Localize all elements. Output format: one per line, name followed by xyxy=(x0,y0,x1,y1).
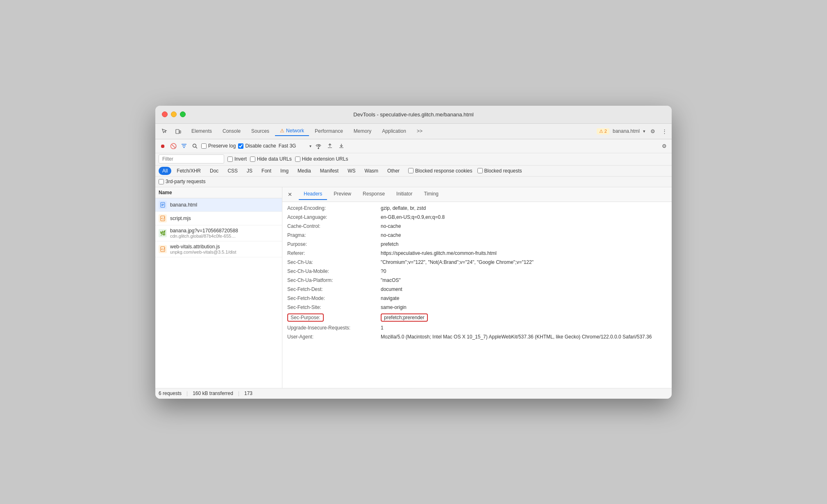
throttle-select[interactable]: Fast 3G Slow 3G No throttling xyxy=(279,143,311,149)
file-item-web-vitals[interactable]: </> web-vitals.attribution.js unpkg.com/… xyxy=(155,241,282,257)
sep2: | xyxy=(238,390,239,396)
file-item-banana-html[interactable]: banana.html xyxy=(155,198,282,212)
cursor-icon[interactable] xyxy=(159,125,170,137)
svg-line-3 xyxy=(195,147,197,148)
file-name-banana-html: banana.html xyxy=(170,202,197,208)
tab-application[interactable]: Application xyxy=(377,127,411,136)
device-icon[interactable] xyxy=(173,125,184,137)
hide-extension-urls-checkbox[interactable] xyxy=(295,157,300,162)
size-value: 173 xyxy=(244,390,252,396)
header-row: Sec-Fetch-Dest:document xyxy=(282,285,672,294)
header-name: Sec-Ch-Ua-Platform: xyxy=(287,277,377,283)
preserve-log-label[interactable]: Preserve log xyxy=(201,143,236,149)
pill-img[interactable]: Img xyxy=(277,167,292,175)
tab-more[interactable]: >> xyxy=(412,127,427,136)
detail-tab-headers[interactable]: Headers xyxy=(299,188,327,200)
detail-tab-preview[interactable]: Preview xyxy=(329,188,356,200)
file-list-panel: Name banana.html </> script.mjs 🌿 b xyxy=(155,187,282,388)
more-options-icon[interactable]: ⋮ xyxy=(660,127,668,135)
network-toolbar: ⏺ 🚫 Preserve log Disable cache Fast 3G S… xyxy=(155,139,672,153)
hide-extension-urls-label[interactable]: Hide extension URLs xyxy=(295,156,348,162)
tab-performance[interactable]: Performance xyxy=(310,127,348,136)
detail-panel: ✕ Headers Preview Response Initiator Tim… xyxy=(282,187,672,388)
blocked-requests-label[interactable]: Blocked requests xyxy=(477,168,522,174)
file-name-banana-jpg: banana.jpg?v=1705668720588 xyxy=(170,228,238,234)
invert-checkbox[interactable] xyxy=(227,157,233,162)
file-item-banana-jpg[interactable]: 🌿 banana.jpg?v=1705668720588 cdn.glitch.… xyxy=(155,225,282,241)
detail-tab-response[interactable]: Response xyxy=(358,188,390,200)
file-url-web-vitals: unpkg.com/web-vitals@3.5.1/dist xyxy=(170,250,236,254)
header-value: gzip, deflate, br, zstd xyxy=(381,205,667,211)
header-value: ?0 xyxy=(381,268,667,274)
header-row: Sec-Fetch-Site:same-origin xyxy=(282,303,672,312)
pill-css[interactable]: CSS xyxy=(224,167,241,175)
pill-media[interactable]: Media xyxy=(294,167,315,175)
blocked-requests-checkbox[interactable] xyxy=(477,168,483,173)
download-har-icon[interactable] xyxy=(337,141,346,150)
window-title: DevTools - speculative-rules.glitch.me/b… xyxy=(353,111,473,118)
header-value: navigate xyxy=(381,295,667,301)
file-url-banana-jpg: cdn.glitch.global/87b4c0fe-655… xyxy=(170,234,238,238)
pill-wasm[interactable]: Wasm xyxy=(361,167,382,175)
close-detail-button[interactable]: ✕ xyxy=(286,190,294,198)
tab-elements[interactable]: Elements xyxy=(186,127,217,136)
header-value: "Chromium";v="122", "Not(A:Brand";v="24"… xyxy=(381,259,667,265)
hide-data-urls-label[interactable]: Hide data URLs xyxy=(250,156,292,162)
minimize-button[interactable] xyxy=(171,111,177,117)
header-value: no-cache xyxy=(381,232,667,238)
filter-bar: Invert Hide data URLs Hide extension URL… xyxy=(155,153,672,166)
maximize-button[interactable] xyxy=(180,111,186,117)
tab-memory[interactable]: Memory xyxy=(349,127,376,136)
svg-text:🌿: 🌿 xyxy=(160,230,166,236)
warning-icon: ⚠ xyxy=(280,128,284,134)
settings-icon[interactable]: ⚙ xyxy=(649,127,657,135)
header-row: Sec-Purpose:prefetch;prerender xyxy=(282,312,672,323)
filter-icon[interactable] xyxy=(180,142,188,150)
detail-tab-initiator[interactable]: Initiator xyxy=(391,188,417,200)
header-value: Mozilla/5.0 (Macintosh; Intel Mac OS X 1… xyxy=(381,334,667,340)
network-settings-icon[interactable]: ⚙ xyxy=(660,142,668,150)
statusbar: 6 requests | 160 kB transferred | 173 xyxy=(155,388,672,399)
header-value: prefetch xyxy=(381,241,667,247)
pill-js[interactable]: JS xyxy=(243,167,256,175)
close-button[interactable] xyxy=(162,111,168,117)
blocked-response-cookies-label[interactable]: Blocked response cookies xyxy=(408,168,472,174)
pill-other[interactable]: Other xyxy=(384,167,403,175)
tab-sources[interactable]: Sources xyxy=(246,127,274,136)
pill-ws[interactable]: WS xyxy=(344,167,359,175)
search-icon[interactable] xyxy=(191,142,199,150)
pill-all[interactable]: All xyxy=(159,167,171,175)
third-party-checkbox[interactable] xyxy=(159,179,164,184)
upload-har-icon[interactable] xyxy=(325,141,334,150)
hide-data-urls-checkbox[interactable] xyxy=(250,157,255,162)
invert-label[interactable]: Invert xyxy=(227,156,247,162)
third-party-label[interactable]: 3rd-party requests xyxy=(159,179,205,184)
tab-network[interactable]: ⚠ Network xyxy=(275,126,309,136)
stop-recording-button[interactable]: ⏺ xyxy=(159,142,167,150)
file-name-web-vitals: web-vitals.attribution.js xyxy=(170,244,236,250)
header-value: document xyxy=(381,286,667,292)
disable-cache-checkbox[interactable] xyxy=(238,143,243,149)
warning-badge[interactable]: ⚠ 2 xyxy=(597,128,609,134)
pill-doc[interactable]: Doc xyxy=(206,167,222,175)
blocked-response-cookies-checkbox[interactable] xyxy=(408,168,414,173)
filter-input[interactable] xyxy=(159,154,224,163)
file-item-script-mjs[interactable]: </> script.mjs xyxy=(155,212,282,225)
header-row: Referer:https://speculative-rules.glitch… xyxy=(282,249,672,258)
clear-button[interactable]: 🚫 xyxy=(169,142,177,150)
preserve-log-checkbox[interactable] xyxy=(201,143,207,149)
pill-font[interactable]: Font xyxy=(258,167,275,175)
header-name: Pragma: xyxy=(287,232,377,238)
throttle-select-wrapper[interactable]: Fast 3G Slow 3G No throttling ▾ xyxy=(279,143,311,149)
titlebar: DevTools - speculative-rules.glitch.me/b… xyxy=(155,106,672,124)
img-file-icon: 🌿 xyxy=(159,229,167,237)
detail-tabs: ✕ Headers Preview Response Initiator Tim… xyxy=(282,187,672,202)
disable-cache-label[interactable]: Disable cache xyxy=(238,143,276,149)
network-conditions-icon[interactable] xyxy=(314,141,323,150)
tab-console[interactable]: Console xyxy=(218,127,245,136)
dropdown-arrow[interactable]: ▾ xyxy=(643,129,645,134)
pill-fetch-xhr[interactable]: Fetch/XHR xyxy=(173,167,204,175)
header-row: User-Agent:Mozilla/5.0 (Macintosh; Intel… xyxy=(282,332,672,341)
detail-tab-timing[interactable]: Timing xyxy=(419,188,443,200)
pill-manifest[interactable]: Manifest xyxy=(316,167,342,175)
